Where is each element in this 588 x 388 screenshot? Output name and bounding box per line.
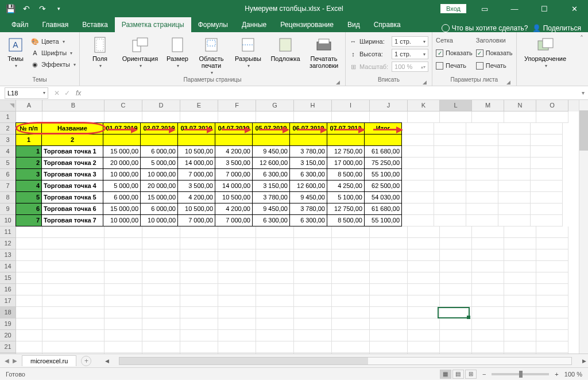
cell[interactable]	[218, 318, 256, 330]
cell[interactable]	[42, 272, 105, 284]
cell[interactable]	[536, 307, 568, 318]
arrange-button[interactable]: Упорядочение▾	[520, 33, 571, 68]
print-headings-checkbox[interactable]: Печать	[476, 60, 513, 71]
cell[interactable]	[16, 284, 42, 295]
cell[interactable]	[218, 353, 256, 354]
cell[interactable]	[16, 112, 42, 123]
cell[interactable]	[105, 341, 142, 353]
cell[interactable]: 4	[16, 180, 42, 192]
cell[interactable]: Торговая точка 7	[41, 214, 103, 226]
cell[interactable]: 4 200,00	[177, 191, 215, 203]
cell[interactable]	[16, 318, 42, 330]
cell[interactable]	[180, 226, 218, 238]
cell[interactable]: 5 000,00	[140, 157, 178, 169]
cell[interactable]: 5 100,00	[327, 191, 365, 203]
row-header[interactable]: 15	[0, 272, 16, 284]
cell[interactable]: 61 680,00	[364, 145, 402, 157]
cell[interactable]: 10 500,00	[215, 191, 253, 203]
breaks-button[interactable]: Разрывы▾	[231, 33, 265, 68]
col-header-I[interactable]: I	[332, 100, 370, 112]
cell[interactable]: 55 100,00	[364, 168, 402, 180]
cell[interactable]	[440, 318, 472, 330]
cell[interactable]	[402, 169, 434, 180]
collapse-ribbon-icon[interactable]: ˄	[575, 32, 588, 86]
tab-Данные[interactable]: Данные	[235, 17, 273, 32]
zoom-slider[interactable]	[492, 373, 549, 375]
cell[interactable]	[531, 123, 563, 135]
cell[interactable]: 10 500,00	[177, 145, 215, 157]
cell[interactable]	[466, 157, 498, 169]
view-gridlines-checkbox[interactable]: ✓Показать	[436, 47, 473, 59]
cell[interactable]: 6 000,00	[140, 145, 178, 157]
cell[interactable]	[294, 112, 332, 123]
col-header-A[interactable]: A	[16, 100, 42, 112]
cell[interactable]	[531, 203, 563, 215]
cell[interactable]	[294, 295, 332, 307]
spreadsheet-grid[interactable]: ABCDEFGHIJKLMNO 12№ п/пНазвание01.07.201…	[0, 100, 588, 354]
cell[interactable]	[402, 180, 434, 192]
cell[interactable]	[466, 146, 498, 157]
cell[interactable]	[504, 226, 536, 238]
cell[interactable]	[408, 112, 440, 123]
cell[interactable]	[408, 238, 440, 249]
cell[interactable]: 55 100,00	[364, 214, 402, 226]
cell[interactable]	[180, 272, 218, 284]
cell[interactable]	[294, 249, 332, 261]
cell[interactable]	[256, 112, 294, 123]
tab-Вставка[interactable]: Вставка	[75, 17, 115, 32]
size-button[interactable]: Размер▾	[164, 33, 191, 68]
cell[interactable]	[105, 249, 142, 261]
row-header[interactable]: 4	[0, 146, 16, 157]
fit-height-select[interactable]: 1 стр.▾	[392, 49, 428, 59]
row-header[interactable]: 17	[0, 295, 16, 307]
cell[interactable]: 7	[16, 214, 42, 226]
cell[interactable]	[218, 341, 256, 353]
cell[interactable]	[42, 318, 105, 330]
cell[interactable]	[256, 307, 294, 318]
col-header-C[interactable]: C	[105, 100, 142, 112]
cell[interactable]: 61 680,00	[364, 203, 402, 215]
cell[interactable]	[370, 318, 408, 330]
cell[interactable]: Итог	[364, 122, 402, 135]
cell[interactable]: Торговая точка 1	[41, 145, 103, 157]
cell[interactable]	[142, 226, 180, 238]
cell[interactable]	[256, 226, 294, 238]
margins-button[interactable]: Поля▾	[83, 33, 117, 68]
cell[interactable]	[408, 330, 440, 341]
cell[interactable]	[440, 330, 472, 341]
cell[interactable]: 5 000,00	[103, 180, 141, 192]
cell[interactable]	[252, 134, 290, 146]
cell[interactable]	[42, 353, 105, 354]
cell[interactable]: 6 000,00	[140, 203, 178, 215]
cell[interactable]	[218, 330, 256, 341]
cell[interactable]	[472, 295, 504, 307]
cell[interactable]	[536, 284, 568, 295]
cell[interactable]	[440, 353, 472, 354]
cell[interactable]: 6 300,00	[289, 214, 327, 226]
row-header[interactable]: 13	[0, 249, 16, 261]
cell[interactable]	[472, 284, 504, 295]
cell[interactable]	[142, 272, 180, 284]
cell[interactable]	[294, 284, 332, 295]
cell[interactable]: 75 250,00	[364, 157, 402, 169]
cell[interactable]: 6 300,00	[289, 168, 327, 180]
cell[interactable]	[408, 295, 440, 307]
cell[interactable]	[332, 226, 370, 238]
cell[interactable]	[472, 112, 504, 123]
cell[interactable]	[256, 284, 294, 295]
cell[interactable]	[16, 226, 42, 238]
cell[interactable]	[42, 261, 105, 272]
print-area-button[interactable]: Область печати▾	[195, 33, 228, 75]
cell[interactable]	[294, 341, 332, 353]
share-button[interactable]: 👤 Поделиться	[532, 24, 581, 32]
theme-fonts[interactable]: AШрифты▾	[31, 47, 76, 59]
cell[interactable]	[504, 353, 536, 354]
cell[interactable]	[498, 135, 531, 146]
expand-formula-icon[interactable]: ▾	[578, 90, 588, 96]
name-box[interactable]: L18▾	[5, 87, 48, 99]
cell[interactable]	[370, 307, 408, 318]
row-header[interactable]: 18	[0, 307, 16, 318]
cell[interactable]	[294, 238, 332, 249]
cell[interactable]	[105, 330, 142, 341]
row-header[interactable]: 9	[0, 203, 16, 215]
